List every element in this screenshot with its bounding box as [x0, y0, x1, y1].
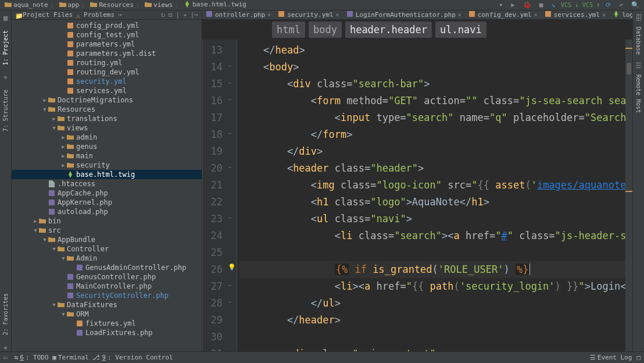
editor-tabs[interactable]: ontroller.php×security.yml×LoginFormAuth… — [202, 10, 632, 20]
tree-item[interactable]: AppKernel.php — [12, 198, 202, 207]
vcs-pull-icon[interactable]: VCS — [561, 2, 571, 8]
rail-remote-host[interactable]: Remote Host — [635, 72, 642, 115]
close-icon[interactable]: × — [336, 12, 339, 18]
tree-item[interactable]: config_prod.yml — [12, 21, 202, 30]
tree-arrow-icon[interactable]: ▼ — [33, 227, 38, 233]
scroll-from-source-icon[interactable]: ↻ — [161, 11, 165, 19]
editor-breadcrumbs[interactable]: htmlbodyheader.headerul.navi — [202, 20, 632, 40]
tree-item[interactable]: ▼AppBundle — [12, 235, 202, 244]
tree-arrow-icon[interactable]: ▶ — [42, 97, 48, 103]
status-tool-terminal[interactable]: ▣ Terminal — [52, 354, 89, 361]
tree-item[interactable]: GenusAdminController.php — [12, 263, 202, 272]
status-tool-todo[interactable]: ⇆ 6: TODO — [15, 354, 49, 361]
tree-arrow-icon[interactable]: ▼ — [60, 311, 66, 317]
remote-host-tool-icon[interactable]: ☰ — [635, 62, 642, 70]
gear-icon[interactable]: ✦ — [183, 11, 187, 19]
status-tool-version-control[interactable]: ⎇ 9: Version Control — [92, 354, 173, 361]
run-button[interactable]: ▶ — [509, 1, 517, 9]
intention-bulb-icon[interactable]: 💡 — [228, 264, 236, 271]
hide-icon[interactable]: |→ — [191, 11, 198, 19]
status-□[interactable]: □ — [636, 354, 641, 361]
project-tree[interactable]: config_prod.ymlconfig_test.ymlparameters… — [12, 20, 202, 351]
tree-item[interactable]: routing.yml — [12, 58, 202, 67]
breadcrumb-node[interactable]: body — [309, 22, 342, 38]
tree-arrow-icon[interactable]: ▼ — [42, 106, 48, 112]
editor-tab[interactable]: config_dev.yml× — [465, 10, 541, 19]
breadcrumb-segment[interactable]: views — [142, 1, 175, 9]
search-everywhere-button[interactable]: 🔍 — [629, 1, 642, 9]
tab-project-files[interactable]: 📁 Project Files — [15, 11, 73, 19]
breadcrumb-node[interactable]: html — [272, 22, 305, 38]
tree-item[interactable]: ▼DataFixtures — [12, 300, 202, 309]
tree-item[interactable]: ▼Controller — [12, 244, 202, 254]
scrollbar-thumb[interactable] — [627, 63, 631, 74]
tree-item[interactable]: ▼src — [12, 226, 202, 235]
tree-item[interactable]: ▶security — [12, 161, 202, 170]
editor-scrollbar[interactable] — [625, 40, 632, 351]
navigate-back-button[interactable]: ⟳ — [603, 1, 613, 9]
vcs-push-icon[interactable]: VCS — [582, 2, 593, 8]
tree-item[interactable]: SecurityController.php — [12, 291, 202, 300]
tree-item[interactable]: ▶genus — [12, 142, 202, 151]
structure-tool-icon[interactable]: ⌖ — [3, 73, 8, 81]
tool-windows-toggle[interactable]: ▭ — [3, 354, 8, 361]
tree-arrow-icon[interactable]: ▶ — [60, 162, 66, 168]
tree-arrow-icon[interactable]: ▶ — [60, 144, 66, 150]
tree-arrow-icon[interactable]: ▼ — [51, 246, 57, 252]
tree-item[interactable]: GenusController.php — [12, 272, 202, 282]
debug-button[interactable]: 🐞 — [521, 1, 534, 9]
attach-button[interactable]: ↘ — [549, 1, 557, 9]
tree-item[interactable]: ▶admin — [12, 133, 202, 142]
tree-arrow-icon[interactable]: ▼ — [42, 237, 48, 243]
collapse-all-icon[interactable]: ⊟ — [169, 11, 173, 19]
close-icon[interactable]: × — [458, 12, 461, 18]
database-tool-icon[interactable]: 🗄 — [635, 14, 642, 22]
dropdown-button[interactable]: ▾ — [497, 1, 506, 9]
tree-item[interactable]: MainController.php — [12, 282, 202, 291]
tree-arrow-icon[interactable]: ▶ — [33, 218, 38, 224]
tree-arrow-icon[interactable]: ▶ — [60, 153, 66, 159]
status-event-log[interactable]: ☰ Event Log — [590, 354, 632, 361]
tree-item[interactable]: ▼Admin — [12, 254, 202, 263]
breadcrumb-node[interactable]: header.header — [345, 22, 432, 38]
tree-item[interactable]: .htaccess — [12, 179, 202, 188]
undo-button[interactable]: ↶ — [617, 1, 625, 9]
tree-item[interactable]: ▶translations — [12, 114, 202, 123]
rail-project[interactable]: 1: Project — [2, 28, 9, 67]
close-icon[interactable]: × — [602, 12, 606, 18]
tree-item[interactable]: base.html.twig — [12, 170, 202, 179]
tree-item[interactable]: autoload.php — [12, 207, 202, 216]
tree-item[interactable]: ▶bin — [12, 216, 202, 226]
rail-favorites[interactable]: 2: Favorites — [2, 291, 9, 337]
editor-tab[interactable]: ontroller.php× — [202, 10, 274, 19]
code-editor[interactable]: </head> <body> <div class="search-bar"> … — [237, 40, 625, 351]
tree-arrow-icon[interactable]: ▼ — [60, 255, 66, 261]
tree-arrow-icon[interactable]: ▶ — [60, 134, 66, 140]
rail-structure[interactable]: 7: Structure — [2, 87, 9, 134]
tabs-overflow-icon[interactable]: ⇥ — [118, 11, 122, 19]
tree-item[interactable]: LoadFixtures.php — [12, 328, 202, 337]
tree-item[interactable]: ▼Resources — [12, 105, 202, 114]
close-icon[interactable]: × — [534, 12, 538, 18]
rail-database[interactable]: Database — [635, 24, 642, 57]
fold-gutter[interactable]: ––––––––💡 — [227, 40, 237, 351]
editor-tab[interactable]: security.yml× — [274, 10, 343, 19]
tree-item[interactable]: ▶main — [12, 151, 202, 161]
breadcrumb-segment[interactable]: app — [57, 1, 82, 9]
tree-item[interactable]: security.yml — [12, 77, 202, 86]
breadcrumb-segment[interactable]: base.html.twig — [181, 0, 249, 9]
tree-item[interactable]: fixtures.yml — [12, 319, 202, 328]
tree-item[interactable]: config_test.yml — [12, 30, 202, 40]
tree-arrow-icon[interactable]: ▼ — [51, 302, 57, 308]
tree-arrow-icon[interactable]: ▶ — [51, 116, 57, 122]
tree-arrow-icon[interactable]: ▼ — [51, 125, 57, 131]
tree-item[interactable]: parameters.yml — [12, 40, 202, 49]
tree-item[interactable]: routing_dev.yml — [12, 67, 202, 77]
breadcrumb-segment[interactable]: Resources — [88, 1, 136, 9]
editor-tab[interactable]: login.html.twig× — [609, 10, 632, 19]
favorites-tool-icon[interactable]: ★ — [3, 343, 8, 351]
tree-item[interactable]: AppCache.php — [12, 188, 202, 198]
editor-tab[interactable]: services.yml× — [541, 10, 610, 19]
tree-item[interactable]: ▶DoctrineMigrations — [12, 95, 202, 105]
project-tool-icon[interactable]: ▦ — [3, 14, 8, 22]
